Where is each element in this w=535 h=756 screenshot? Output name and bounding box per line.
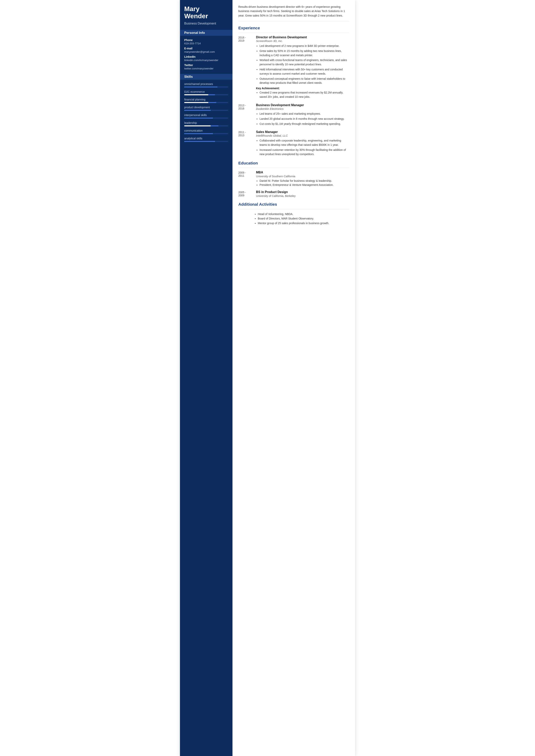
exp-bullet-item: Held informational interviews with 50+ k… <box>260 68 349 76</box>
personal-info-section-title: Personal Info <box>180 30 233 36</box>
skill-bar-accent <box>184 133 213 134</box>
exp-bullets: Led teams of 25+ sales and marketing emp… <box>256 112 349 126</box>
education-block: 2009 -2011MBAUniversity of Southern Cali… <box>238 171 349 187</box>
phone-value: 619-203-7714 <box>184 42 228 45</box>
exp-date: 2013 -2016 <box>238 103 253 127</box>
skill-name: D2C ecommerce <box>184 90 228 93</box>
skill-name: analytical skills <box>184 137 228 140</box>
exp-date: 2011 -2013 <box>238 130 253 157</box>
additional-list: Head of Volunteering, NBDA.Board of Dire… <box>238 212 349 226</box>
skill-bar-accent <box>208 102 216 103</box>
education-section: Education 2009 -2011MBAUniversity of Sou… <box>238 161 349 199</box>
key-achievement-label: Key Achievement: <box>256 87 349 90</box>
exp-bullets: Collaborated with corporate leadership, … <box>256 139 349 156</box>
skill-item: product development <box>184 106 228 111</box>
phone-label: Phone <box>184 39 228 41</box>
skills-section: Skills omnichannel processesD2C ecommerc… <box>184 74 228 142</box>
skill-bar <box>184 118 228 119</box>
exp-content: Sales ManagerIntelliRounds Global, LLCCo… <box>256 130 349 157</box>
main-content: Results-driven business development dire… <box>233 0 355 756</box>
additional-bullet-item: Mentor group of 25 sales professionals i… <box>258 221 349 226</box>
twitter-label: Twitter <box>184 64 228 67</box>
skill-bar <box>184 94 228 95</box>
exp-date: 2016 -2019 <box>238 36 253 100</box>
exp-bullet-item: Collaborated with corporate leadership, … <box>260 139 349 147</box>
experience-block: 2011 -2013Sales ManagerIntelliRounds Glo… <box>238 130 349 157</box>
summary-text: Results-driven business development dire… <box>238 5 349 21</box>
edu-bullets: Daniel M. Potter Scholar for business st… <box>256 179 349 187</box>
education-section-title: Education <box>238 161 349 166</box>
linkedin-label: LinkedIn <box>184 55 228 58</box>
edu-degree: MBA <box>256 171 349 174</box>
exp-bullet-item: Increased customer retention by 30% thro… <box>260 148 349 156</box>
key-achievement-bullet-item: Created 2 new programs that increased re… <box>260 91 349 99</box>
experience-section-title: Experience <box>238 26 349 31</box>
experience-list: 2016 -2019Director of Business Developme… <box>238 36 349 157</box>
experience-block: 2016 -2019Director of Business Developme… <box>238 36 349 100</box>
exp-company: ScreenRoom 3D, Inc. <box>256 40 349 42</box>
exp-bullet-item: Led teams of 25+ sales and marketing emp… <box>260 112 349 116</box>
candidate-name: Mary Wender <box>184 6 228 20</box>
education-list: 2009 -2011MBAUniversity of Southern Cali… <box>238 171 349 199</box>
exp-content: Director of Business DevelopmentScreenRo… <box>256 36 349 100</box>
skill-item: financial planning <box>184 98 228 103</box>
skill-bar-accent <box>184 87 217 88</box>
sidebar: Mary Wender Business Development Persona… <box>180 0 233 756</box>
edu-content: MBAUniversity of Southern CaliforniaDani… <box>256 171 349 187</box>
skill-bar <box>184 102 228 103</box>
additional-section: Additional Activities Head of Volunteeri… <box>238 202 349 226</box>
education-block: 2005 -2009BS in Product DesignUniversity… <box>238 190 349 199</box>
exp-bullets: Led development of 2 new programs in $4M… <box>256 44 349 85</box>
edu-bullet-item: Daniel M. Potter Scholar for business st… <box>260 179 349 183</box>
candidate-title: Business Development <box>184 22 228 25</box>
exp-bullet-item: Cut costs by $1.1M yearly through redesi… <box>260 122 349 126</box>
linkedin-value: linkedin.com/in/maryzwender <box>184 59 228 62</box>
edu-date: 2005 -2009 <box>238 190 253 199</box>
skill-bar <box>184 110 228 111</box>
exp-job-title: Business Development Manager <box>256 103 349 107</box>
additional-bullet-item: Head of Volunteering, NBDA. <box>258 212 349 216</box>
key-achievement-bullets: Created 2 new programs that increased re… <box>256 91 349 99</box>
exp-bullet-item: Led development of 2 new programs in $4M… <box>260 44 349 48</box>
edu-bullet-item: President, Entrepreneur & Venture Manage… <box>260 183 349 187</box>
skills-list: omnichannel processesD2C ecommercefinanc… <box>184 82 228 142</box>
exp-bullet-item: Outsourced conceptual engineers to liais… <box>260 77 349 85</box>
skill-item: omnichannel processes <box>184 82 228 88</box>
edu-degree: BS in Product Design <box>256 190 349 194</box>
experience-section: Experience 2016 -2019Director of Busines… <box>238 26 349 157</box>
additional-section-title: Additional Activities <box>238 202 349 207</box>
skill-item: D2C ecommerce <box>184 90 228 95</box>
exp-company: Duskenkin Electronics <box>256 107 349 110</box>
exp-bullet-item: Worked with cross-functional teams of en… <box>260 58 349 67</box>
skill-name: communication <box>184 129 228 132</box>
email-label: E-mail <box>184 47 228 50</box>
skills-section-title: Skills <box>180 74 233 80</box>
skill-item: leadership <box>184 121 228 126</box>
skill-item: analytical skills <box>184 137 228 142</box>
exp-job-title: Sales Manager <box>256 130 349 134</box>
skill-name: product development <box>184 106 228 109</box>
exp-job-title: Director of Business Development <box>256 36 349 39</box>
skill-bar-accent <box>184 110 211 111</box>
skill-name: leadership <box>184 121 228 124</box>
skill-bar <box>184 87 228 88</box>
edu-content: BS in Product DesignUniversity of Califo… <box>256 190 349 199</box>
skill-name: interpersonal skills <box>184 114 228 117</box>
skill-bar-accent <box>211 125 219 126</box>
skill-bar-fill <box>184 102 208 103</box>
skill-bar-accent <box>208 94 215 95</box>
additional-bullet-item: Board of Directors, MAR Student Observat… <box>258 216 349 221</box>
skill-name: financial planning <box>184 98 228 101</box>
email-value: maryzwender@gmail.com <box>184 50 228 53</box>
skill-bar <box>184 125 228 126</box>
skill-bar-accent <box>184 141 215 142</box>
edu-school: University of California, Berkeley <box>256 194 349 198</box>
twitter-value: twitter.com/maryzwender <box>184 67 228 70</box>
skill-bar-accent <box>184 118 213 119</box>
skill-item: communication <box>184 129 228 134</box>
exp-company: IntelliRounds Global, LLC <box>256 134 349 137</box>
exp-content: Business Development ManagerDuskenkin El… <box>256 103 349 127</box>
exp-bullet-item: Landed 20 global accounts in 8 months th… <box>260 117 349 121</box>
edu-date: 2009 -2011 <box>238 171 253 187</box>
exp-bullet-item: Grew sales by 50% in 15 months by adding… <box>260 49 349 58</box>
